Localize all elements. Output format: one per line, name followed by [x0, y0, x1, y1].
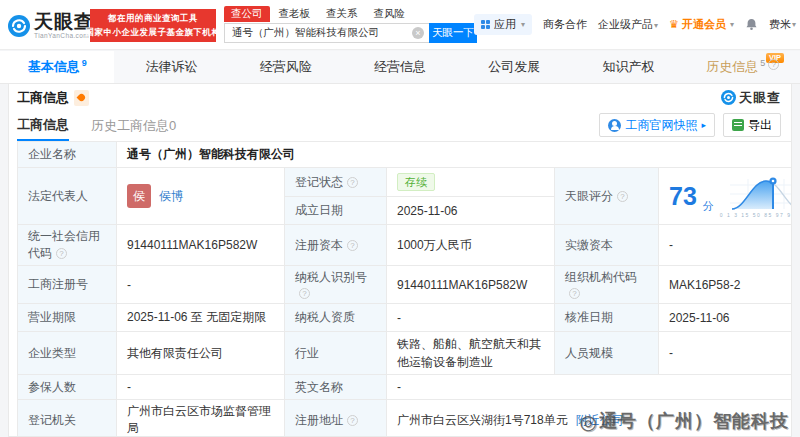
field-label-english-name: 英文名称 [285, 375, 387, 400]
field-value-business-term: 2025-11-06 至 无固定期限 [117, 304, 285, 332]
hot-icon [74, 90, 89, 106]
search-button[interactable]: 天眼一下 [429, 23, 477, 43]
help-icon[interactable]: ? [56, 248, 67, 259]
excel-icon [732, 119, 744, 131]
field-value-establish-date: 2025-11-06 [387, 197, 555, 225]
field-value-score: 73 分 [659, 168, 793, 225]
help-icon[interactable]: ? [347, 177, 358, 188]
card-logo-text: 天眼查 [739, 89, 781, 107]
score-value[interactable]: 73 [669, 184, 697, 209]
field-label-org-code: 组织机构代码? [555, 266, 659, 304]
watermark-seal-icon: ◎ [580, 411, 598, 433]
arrow-right-icon: ▸ [701, 120, 706, 130]
field-value-reg-authority: 广州市白云区市场监督管理局 [117, 400, 285, 437]
help-icon[interactable]: ? [569, 288, 580, 299]
snapshot-label: 工商官网快照 [625, 117, 697, 134]
field-value-english-name: - [387, 375, 793, 400]
help-icon[interactable]: ? [347, 415, 358, 426]
section-title: 工商信息 [17, 89, 69, 107]
search-input[interactable] [224, 23, 429, 43]
search-tab-boss[interactable]: 查老板 [272, 6, 318, 22]
reg-address-text: 广州市白云区兴湖街1号718单元 [397, 413, 568, 427]
field-label-reg-capital: 注册资本? [285, 225, 387, 266]
field-label-reg-number: 工商注册号 [18, 266, 117, 304]
org-code-label: 组织机构代码 [565, 270, 637, 284]
field-value-industry: 铁路、船舶、航空航天和其他运输设备制造业 [387, 332, 555, 375]
help-icon[interactable]: ? [299, 288, 310, 299]
field-label-approval-date: 核准日期 [555, 304, 659, 332]
tianyancha-logo-icon [721, 90, 736, 105]
reg-address-label: 注册地址 [295, 413, 343, 427]
reg-status-label: 登记状态 [295, 175, 343, 189]
tab-company-development[interactable]: 公司发展 [457, 51, 571, 83]
menu-cooperation[interactable]: 商务合作 [543, 17, 587, 32]
vip-label: 开通会员 [682, 17, 726, 32]
legal-rep-avatar[interactable]: 侯 [127, 184, 151, 208]
tianyancha-logo[interactable]: 天眼查 TianYanCha.com [8, 12, 94, 40]
score-unit: 分 [703, 199, 714, 214]
field-label-paid-capital: 实缴资本 [555, 225, 659, 266]
help-icon[interactable]: ? [347, 240, 358, 251]
tab-legal-proceedings[interactable]: 法律诉讼 [114, 51, 228, 83]
promo-banner-line1: 都在用的商业查询工具 [108, 13, 198, 25]
help-icon[interactable]: ? [768, 59, 779, 70]
search-box: 查公司 查老板 查关系 查风险 天眼一下 × [224, 5, 477, 43]
tianyancha-logo-icon [8, 15, 30, 37]
export-button[interactable]: 导出 [723, 113, 781, 137]
bell-icon[interactable] [745, 18, 758, 31]
tab-operating-info[interactable]: 经营信息 [343, 51, 457, 83]
search-tab-relation[interactable]: 查关系 [319, 6, 365, 22]
card-watermark-logo: 天眼查 [721, 89, 781, 107]
menu-vip-upgrade[interactable]: ♛ 开通会员 ▾ [669, 17, 734, 32]
field-label-company-type: 企业类型 [18, 332, 117, 375]
export-label: 导出 [748, 117, 772, 134]
help-icon[interactable]: ? [617, 191, 628, 202]
field-label-taxpayer-quality: 纳税人资质 [285, 304, 387, 332]
search-tab-company[interactable]: 查公司 [224, 6, 270, 22]
field-value-paid-capital: - [659, 225, 793, 266]
apps-label: 应用 [494, 17, 516, 32]
watermark-text: 通号（广州）智能科技 [599, 411, 789, 431]
subtab-history-business-info[interactable]: 历史工商信息0 [91, 111, 176, 141]
field-label-reg-address: 注册地址? [285, 400, 387, 437]
tab-basic-info-label: 基本信息 [28, 58, 80, 76]
field-value-taxpayer-quality: - [387, 304, 555, 332]
search-tab-risk[interactable]: 查风险 [367, 6, 413, 22]
status-badge: 存续 [397, 173, 435, 191]
legal-rep-link[interactable]: 侯博 [159, 188, 183, 205]
tab-basic-info[interactable]: 基本信息9 [0, 51, 114, 83]
tab-operating-label: 经营信息 [374, 58, 426, 76]
business-info-card: 工商信息 天眼查 工商信息 历史工商信息0 工商官网快照 ▸ 导出 [8, 84, 792, 437]
field-value-staff-size: - [659, 332, 793, 375]
promo-banner: 都在用的商业查询工具 国家中小企业发展子基金旗下机构 [90, 9, 216, 42]
field-value-credit-code: 91440111MAK16P582W [117, 225, 285, 266]
field-value-reg-status: 存续 [387, 168, 555, 197]
tab-history-info[interactable]: VIP 历史信息5 ? [686, 51, 800, 83]
tab-history-count: 5 [760, 58, 765, 68]
tab-legal-label: 法律诉讼 [145, 58, 197, 76]
subtab-business-info[interactable]: 工商信息 [17, 111, 69, 141]
official-snapshot-button[interactable]: 工商官网快照 ▸ [599, 113, 715, 137]
chevron-down-icon: ▾ [730, 20, 734, 29]
tab-operating-risk[interactable]: 经营风险 [229, 51, 343, 83]
tab-intellectual-property[interactable]: 知识产权 [571, 51, 685, 83]
menu-enterprise[interactable]: 企业级产品▾ [598, 17, 658, 32]
apps-grid-icon [481, 20, 490, 29]
clear-icon[interactable]: × [412, 27, 424, 39]
user-menu[interactable]: 费米▾ [769, 17, 796, 32]
score-chart-ticks: 0 1 3 15 50 85 97 99 100 [720, 213, 792, 217]
tab-risk-label: 经营风险 [260, 58, 312, 76]
chevron-down-icon: ▾ [792, 20, 796, 29]
tab-history-label: 历史信息 [706, 58, 758, 76]
snapshot-icon [608, 119, 621, 132]
field-value-reg-capital: 1000万人民币 [387, 225, 555, 266]
crown-icon: ♛ [669, 18, 679, 31]
field-label-company-name: 企业名称 [18, 142, 117, 168]
taxpayer-id-label: 纳税人识别号 [295, 270, 367, 284]
field-value-company-type: 其他有限责任公司 [117, 332, 285, 375]
chevron-down-icon: ▾ [521, 20, 525, 29]
tab-basic-info-count: 9 [82, 58, 87, 68]
search-tabs: 查公司 查老板 查关系 查风险 [224, 5, 477, 22]
tab-development-label: 公司发展 [488, 58, 540, 76]
apps-menu[interactable]: 应用 ▾ [474, 14, 532, 35]
